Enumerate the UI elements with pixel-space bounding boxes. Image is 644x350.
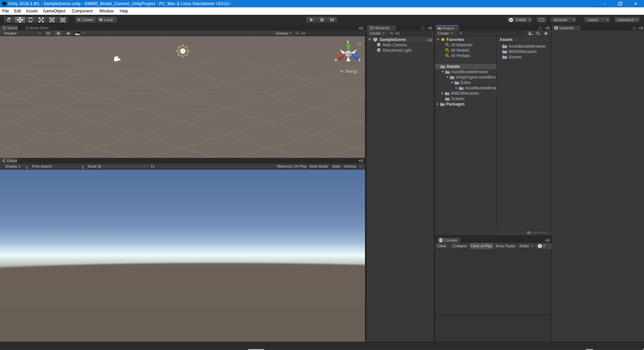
svg-text:y: y: [347, 39, 349, 44]
svg-text:x: x: [335, 57, 337, 62]
svg-text:z: z: [359, 57, 361, 62]
